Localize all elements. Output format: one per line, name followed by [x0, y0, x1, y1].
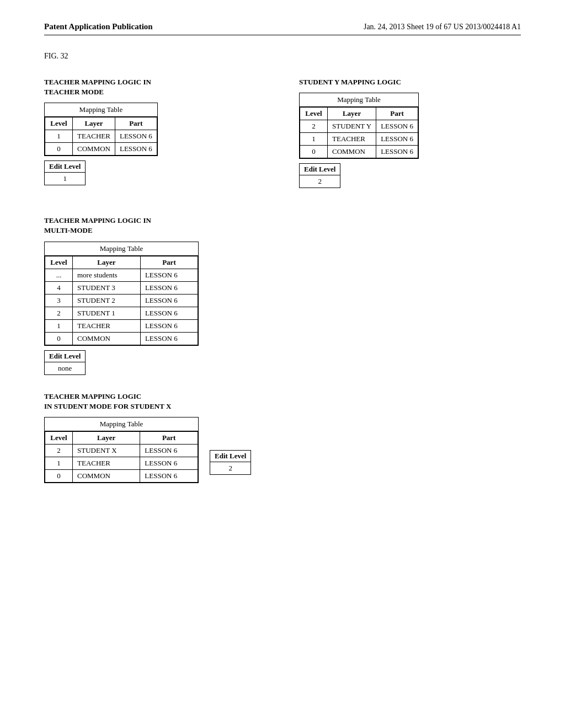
table-cell: STUDENT 3 — [73, 281, 141, 294]
table-cell: LESSON 6 — [140, 307, 198, 319]
mapping-table-title-4: Mapping Table — [45, 417, 198, 431]
edit-level-label-4: Edit Level — [210, 451, 250, 462]
table-cell: LESSON 6 — [140, 281, 198, 294]
table-cell: LESSON 6 — [140, 444, 198, 457]
table-row: 0COMMONLESSON 6 — [300, 146, 418, 158]
bottom-section: Mapping Table Level Layer Part 2STUDENT … — [44, 417, 521, 485]
table-cell: 0 — [45, 143, 73, 156]
table-row: ...more studentsLESSON 6 — [45, 269, 198, 281]
table-row: 0COMMONLESSON 6 — [45, 143, 157, 156]
table-cell: LESSON 6 — [376, 133, 418, 146]
table-cell: LESSON 6 — [140, 457, 198, 469]
table-row: Level Layer Part — [45, 256, 198, 269]
section-title-teacher-teacher: TEACHER MAPPING LOGIC INTEACHER MODE — [44, 77, 266, 97]
section-teacher-student: TEACHER MAPPING LOGICIN STUDENT MODE FOR… — [44, 392, 521, 485]
section-title-student-y: STUDENT Y MAPPING LOGIC — [299, 77, 521, 87]
table-row: Level Layer Part — [45, 431, 198, 444]
table-3: Level Layer Part ...more studentsLESSON … — [45, 256, 198, 345]
table-cell: 4 — [45, 281, 73, 294]
figure-label: FIG. 32 — [44, 52, 521, 61]
edit-level-box-3: Edit Level none — [44, 350, 86, 375]
table-cell: LESSON 6 — [376, 120, 418, 133]
edit-level-box-2: Edit Level 2 — [299, 163, 340, 188]
table-cell: LESSON 6 — [140, 469, 198, 482]
table-row: 0COMMONLESSON 6 — [45, 332, 198, 345]
table-cell: 2 — [45, 444, 73, 457]
edit-level-value-2: 2 — [300, 175, 340, 188]
table-row: Level Layer Part — [45, 117, 157, 130]
table-cell: COMMON — [73, 332, 141, 345]
col-header-part: Part — [376, 108, 418, 120]
section-student-y: STUDENT Y MAPPING LOGIC Mapping Table Le… — [299, 77, 521, 188]
table-cell: STUDENT Y — [328, 120, 376, 133]
table-row: 0COMMONLESSON 6 — [45, 469, 198, 482]
col-header-part: Part — [115, 117, 157, 130]
edit-level-value-3: none — [45, 362, 85, 374]
table-row: Level Layer Part — [300, 108, 418, 120]
table-cell: 2 — [300, 120, 328, 133]
table-cell: TEACHER — [73, 319, 141, 332]
edit-level-2: Edit Level 2 — [299, 163, 521, 188]
section-teacher-multi: TEACHER MAPPING LOGIC INMULTI-MODE Mappi… — [44, 216, 521, 374]
col-header-layer: Layer — [73, 117, 115, 130]
edit-level-3: Edit Level none — [44, 350, 521, 375]
edit-level-value-4: 2 — [210, 462, 250, 474]
table-cell: LESSON 6 — [140, 269, 198, 281]
mapping-table-title-3: Mapping Table — [45, 242, 198, 256]
table-cell: STUDENT 1 — [73, 307, 141, 319]
edit-level-label-3: Edit Level — [45, 351, 85, 362]
edit-level-label-1: Edit Level — [45, 161, 85, 173]
col-teacher-teacher: TEACHER MAPPING LOGIC INTEACHER MODE Map… — [44, 77, 266, 202]
col-header-layer: Layer — [73, 256, 141, 269]
table-row: 1TEACHERLESSON 6 — [45, 130, 157, 143]
table-cell: TEACHER — [328, 133, 376, 146]
mapping-table-title-2: Mapping Table — [300, 93, 418, 107]
table-cell: 1 — [45, 319, 73, 332]
table-cell: TEACHER — [73, 130, 115, 143]
mapping-table-title-1: Mapping Table — [45, 103, 157, 117]
table-cell: more students — [73, 269, 141, 281]
table-cell: 1 — [45, 130, 73, 143]
table-cell: COMMON — [73, 143, 115, 156]
table-row: 1TEACHERLESSON 6 — [45, 319, 198, 332]
table-cell: 2 — [45, 307, 73, 319]
section-title-student-x: TEACHER MAPPING LOGICIN STUDENT MODE FOR… — [44, 392, 521, 411]
table-cell: LESSON 6 — [140, 319, 198, 332]
edit-level-4: Edit Level 2 — [210, 450, 251, 475]
table-cell: 0 — [45, 469, 73, 482]
section-title-multi: TEACHER MAPPING LOGIC INMULTI-MODE — [44, 216, 521, 235]
table-row: 2STUDENT YLESSON 6 — [300, 120, 418, 133]
mapping-table-teacher-teacher: Mapping Table Level Layer Part 1TEACHERL… — [44, 103, 158, 156]
table-cell: COMMON — [73, 469, 140, 482]
edit-level-1: Edit Level 1 — [44, 160, 266, 185]
table-row: 2STUDENT XLESSON 6 — [45, 444, 198, 457]
edit-level-box-4: Edit Level 2 — [210, 450, 251, 475]
table-cell: LESSON 6 — [140, 332, 198, 345]
table-cell: LESSON 6 — [376, 146, 418, 158]
col-header-level: Level — [45, 431, 73, 444]
table-cell: TEACHER — [73, 457, 140, 469]
table-2: Level Layer Part 2STUDENT YLESSON 61TEAC… — [300, 107, 418, 158]
mapping-table-student-y: Mapping Table Level Layer Part 2STUDENT … — [299, 93, 419, 159]
table-row: 1TEACHERLESSON 6 — [300, 133, 418, 146]
section-teacher-teacher: TEACHER MAPPING LOGIC INTEACHER MODE Map… — [44, 77, 266, 185]
table-cell: 1 — [300, 133, 328, 146]
table-cell: COMMON — [328, 146, 376, 158]
table-cell: ... — [45, 269, 73, 281]
top-two-col: TEACHER MAPPING LOGIC INTEACHER MODE Map… — [44, 77, 521, 205]
table-cell: 0 — [45, 332, 73, 345]
table-cell: 0 — [300, 146, 328, 158]
table-1: Level Layer Part 1TEACHERLESSON 60COMMON… — [45, 117, 157, 156]
edit-level-value-1: 1 — [45, 173, 85, 185]
table-cell: LESSON 6 — [115, 143, 157, 156]
header-publication-label: Patent Application Publication — [44, 22, 153, 31]
table-cell: STUDENT 2 — [73, 294, 141, 307]
col-header-level: Level — [300, 108, 328, 120]
col-student-y: STUDENT Y MAPPING LOGIC Mapping Table Le… — [299, 77, 521, 205]
edit-level-label-2: Edit Level — [300, 164, 340, 175]
col-header-part: Part — [140, 256, 198, 269]
table-row: 4STUDENT 3LESSON 6 — [45, 281, 198, 294]
table-row: 3STUDENT 2LESSON 6 — [45, 294, 198, 307]
table-row: 2STUDENT 1LESSON 6 — [45, 307, 198, 319]
col-header-layer: Layer — [73, 431, 140, 444]
